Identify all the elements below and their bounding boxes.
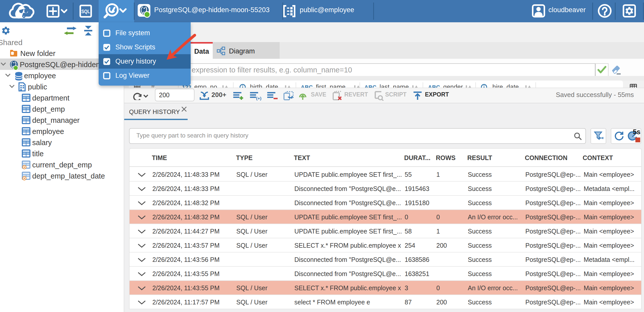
svg-text:(+): (+): [256, 96, 261, 101]
svg-text:SQL: SQL: [81, 9, 90, 14]
